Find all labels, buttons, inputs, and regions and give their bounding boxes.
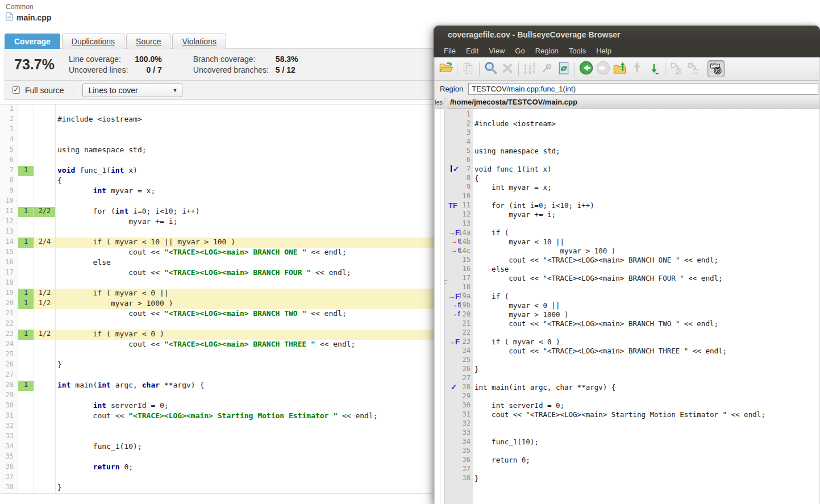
- menu-file[interactable]: File: [439, 47, 461, 55]
- marker-gutter: 31: [447, 410, 473, 419]
- line-number: 36: [0, 463, 18, 473]
- line-hits-badge: 1: [18, 207, 34, 217]
- line-number: 10: [463, 192, 471, 200]
- branch-coverage-group: Branch coverage: 58.3% Uncovered branche…: [193, 55, 298, 74]
- toolbar-separator: [479, 62, 480, 76]
- line-number: 14c: [458, 247, 471, 255]
- line-number: 36: [463, 456, 471, 464]
- marker-gutter: 38: [447, 474, 473, 483]
- line-hits-badge: [18, 309, 34, 319]
- line-number: 38: [0, 483, 18, 493]
- code-text: myvar < 0 ||: [473, 301, 819, 310]
- find-button[interactable]: [482, 60, 499, 77]
- line-number: 1: [467, 110, 471, 118]
- sort-numeric-button[interactable]: 4-23-25-5210: [521, 60, 538, 77]
- bse-source-line-32: 32: [447, 419, 819, 428]
- line-number: 23: [463, 338, 471, 345]
- coverage-filter-select[interactable]: Lines to cover ▼: [82, 84, 182, 97]
- refresh-button[interactable]: [555, 60, 572, 77]
- bse-source-line-15: 15 cout << "<TRACE><LOG><main> BRANCH ON…: [447, 256, 819, 265]
- marker-gutter: 3: [447, 128, 473, 138]
- line-hits-badge: [18, 401, 34, 411]
- toolbar-separator: [575, 62, 575, 76]
- menu-edit[interactable]: Edit: [461, 47, 484, 55]
- branch-coverage-badge: [34, 483, 56, 493]
- branch-coverage-badge: [34, 166, 56, 176]
- code-text: [473, 283, 819, 292]
- full-source-checkbox[interactable]: [13, 86, 20, 94]
- prev-uncovered-button[interactable]: [628, 60, 646, 77]
- marker-gutter: 22: [447, 328, 473, 338]
- chevron-down-icon: ▼: [173, 88, 178, 93]
- branch-coverage-badge: [34, 411, 56, 422]
- menu-view[interactable]: View: [484, 47, 510, 55]
- open-file-button[interactable]: [438, 60, 455, 77]
- copy-button[interactable]: [460, 60, 477, 77]
- back-button[interactable]: [577, 60, 594, 77]
- pin-button[interactable]: [538, 60, 555, 77]
- menu-tools[interactable]: Tools: [564, 47, 591, 55]
- branch-coverage-badge: [34, 248, 56, 258]
- branch-coverage-badge: 1/2: [34, 330, 56, 340]
- tab-label: Source: [136, 37, 161, 46]
- line-hits-badge: [18, 176, 34, 186]
- up-folder-button[interactable]: [611, 60, 628, 77]
- marker-gutter: 2: [447, 119, 473, 128]
- line-number: 35: [0, 452, 18, 463]
- line-number: 18: [0, 278, 18, 289]
- region-label: Region: [435, 85, 468, 93]
- branch-coverage-badge: 2/4: [34, 238, 56, 248]
- branch-coverage-badge: [34, 381, 56, 391]
- branch-coverage-badge: [34, 432, 56, 442]
- line-number: 5: [467, 147, 471, 155]
- bse-source-line-33: 33: [447, 428, 819, 438]
- branch-coverage-label: Branch coverage:: [193, 55, 269, 64]
- line-number: 5: [0, 145, 18, 156]
- branch-coverage-badge: [34, 186, 56, 197]
- tab-duplications[interactable]: Duplications: [62, 34, 124, 49]
- line-number: 17: [463, 274, 471, 282]
- line-hits-badge: [18, 115, 34, 125]
- tab-source[interactable]: Source: [126, 34, 170, 49]
- include-region-button[interactable]: [685, 60, 702, 77]
- menu-go[interactable]: Go: [510, 47, 530, 55]
- line-number: 20: [463, 310, 471, 318]
- line-hits-badge: [18, 217, 34, 227]
- line-hits-badge: [18, 483, 34, 493]
- line-number: 30: [0, 401, 18, 411]
- exclude-region-button[interactable]: [668, 60, 685, 77]
- line-hits-badge: 1: [18, 238, 34, 248]
- branch-coverage-badge: [34, 145, 56, 156]
- tab-violations[interactable]: Violations: [172, 34, 226, 49]
- line-hits-badge: [18, 340, 34, 350]
- code-text: myvar += i;: [473, 210, 819, 219]
- bse-source-line-9: 9 int myvar = x;: [447, 183, 819, 192]
- bse-source-line-12: 12 myvar += i;: [447, 210, 819, 219]
- menu-region[interactable]: Region: [530, 47, 564, 55]
- coverage-display-toggle-button[interactable]: + +: [707, 60, 725, 77]
- code-text: [473, 138, 819, 147]
- code-text: using namespace std;: [473, 147, 819, 156]
- bse-source-line-10: 10: [447, 192, 819, 201]
- marker-gutter: →F14a: [447, 228, 473, 238]
- line-hits-badge: 1: [18, 330, 34, 340]
- tab-coverage[interactable]: Coverage: [5, 34, 60, 49]
- branch-coverage-value: 58.3%: [276, 55, 298, 64]
- next-uncovered-button[interactable]: [646, 60, 663, 77]
- source-pane: /home/jmecosta/TESTCOV/main.cpp 12#inclu…: [447, 97, 819, 504]
- line-number: 10: [0, 197, 18, 207]
- menu-help[interactable]: Help: [591, 47, 617, 55]
- coverage-filter-value: Lines to cover: [88, 86, 138, 95]
- bse-source-line-5: 5using namespace std;: [447, 147, 819, 156]
- line-number: 12: [463, 210, 471, 218]
- line-hits-badge: [18, 370, 34, 381]
- toolbar-separator: [665, 62, 665, 76]
- region-input[interactable]: [468, 83, 818, 95]
- bullseye-source-view: 12#include <iostream>345using namespace …: [447, 109, 819, 504]
- line-coverage-label: Line coverage:: [69, 55, 128, 64]
- forward-button[interactable]: [594, 60, 611, 77]
- line-number: 21: [0, 309, 18, 319]
- close-button[interactable]: [499, 60, 516, 77]
- line-number: 9: [467, 183, 471, 191]
- branch-coverage-badge: [34, 115, 56, 125]
